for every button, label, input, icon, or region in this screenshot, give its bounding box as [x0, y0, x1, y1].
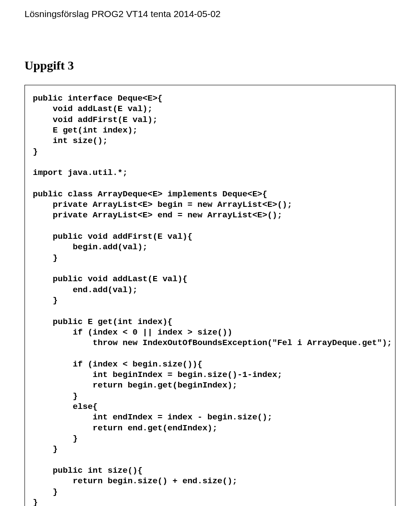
task-title: Uppgift 3	[24, 59, 396, 73]
code-block: public interface Deque<E>{ void addLast(…	[24, 85, 396, 506]
page: Lösningsförslag PROG2 VT14 tenta 2014-05…	[0, 0, 420, 506]
page-header: Lösningsförslag PROG2 VT14 tenta 2014-05…	[24, 9, 396, 19]
